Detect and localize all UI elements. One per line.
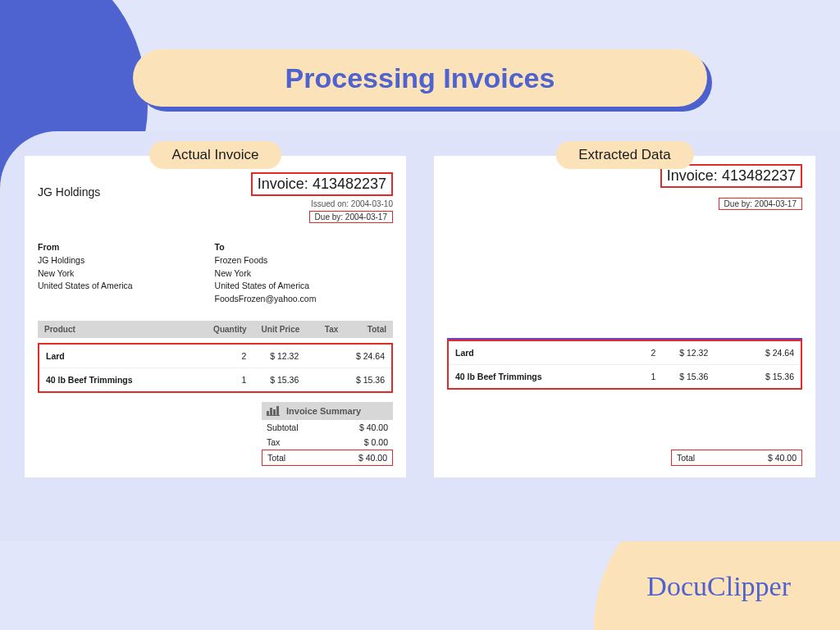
item-tax: [299, 351, 337, 361]
from-line-2: United States of America: [38, 280, 133, 293]
extracted-data-panel: Extracted Data Invoice: 413482237 Due by…: [434, 156, 815, 477]
col-quantity: Quantity: [199, 325, 247, 334]
summary-tax-row: Tax $ 0.00: [262, 435, 393, 450]
extracted-due-highlight: Due by: 2004-03-17: [719, 198, 802, 210]
from-address: From JG Holdings New York United States …: [38, 241, 133, 306]
extracted-data-document: Invoice: 413482237 Due by: 2004-03-17 La…: [434, 156, 815, 477]
total-value: $ 40.00: [358, 453, 387, 463]
item-unit-price: $ 12.32: [655, 348, 708, 358]
col-total: Total: [338, 325, 386, 334]
issued-date: Issued on: 2004-03-10: [251, 199, 393, 208]
from-header: From: [38, 241, 133, 254]
due-date-highlight: Due by: 2004-03-17: [309, 211, 393, 223]
table-row: Lard 2 $ 12.32 $ 24.64: [39, 345, 391, 368]
company-name: JG Holdings: [38, 185, 100, 199]
col-tax: Tax: [299, 325, 338, 334]
subtotal-label: Subtotal: [267, 422, 299, 432]
item-qty: 2: [608, 348, 655, 358]
item-tax-empty: [708, 372, 746, 381]
total-value: $ 40.00: [768, 453, 797, 463]
item-total: $ 24.64: [746, 348, 794, 358]
item-qty: 1: [199, 375, 246, 385]
item-unit-price: $ 15.36: [655, 372, 708, 381]
item-name: 40 lb Beef Trimmings: [46, 375, 199, 385]
invoice-header-block: Invoice: 413482237 Issued on: 2004-03-10…: [251, 172, 393, 223]
summary-header: Invoice Summary: [262, 402, 393, 420]
item-name: Lard: [46, 351, 199, 361]
invoice-label: Invoice:: [667, 167, 718, 184]
to-address: To Frozen Foods New York United States o…: [215, 241, 317, 306]
to-line-3: FoodsFrozen@yahoo.com: [215, 293, 317, 306]
invoice-number-value: 413482237: [313, 176, 386, 192]
summary-subtotal-row: Subtotal $ 40.00: [262, 420, 393, 435]
table-row: 40 lb Beef Trimmings 1 $ 15.36 $ 15.36: [39, 368, 391, 391]
item-qty: 1: [608, 372, 655, 381]
table-row: 40 lb Beef Trimmings 1 $ 15.36 $ 15.36: [449, 365, 801, 388]
item-total: $ 15.36: [337, 375, 385, 385]
col-unit-price: Unit Price: [247, 325, 300, 334]
brand-logo: DocuClipper: [646, 571, 791, 602]
item-total: $ 15.36: [746, 372, 794, 381]
summary-total-highlight: Total $ 40.00: [262, 450, 393, 466]
invoice-number-highlight: Invoice: 413482237: [251, 172, 393, 196]
page-title: Processing Invoices: [133, 49, 707, 107]
table-row: Lard 2 $ 12.32 $ 24.64: [449, 341, 801, 365]
summary-title: Invoice Summary: [286, 406, 361, 416]
to-line-1: New York: [215, 267, 317, 281]
total-label: Total: [677, 453, 695, 463]
col-product: Product: [44, 325, 199, 334]
subtotal-value: $ 40.00: [359, 422, 388, 432]
actual-invoice-document: JG Holdings Invoice: 413482237 Issued on…: [25, 156, 406, 477]
to-line-2: United States of America: [215, 280, 317, 293]
invoice-label: Invoice:: [258, 176, 308, 192]
items-highlight-box: Lard 2 $ 12.32 $ 24.64 40 lb Beef Trimmi…: [38, 343, 393, 393]
extracted-total-highlight: Total $ 40.00: [671, 450, 802, 466]
bar-chart-icon: [267, 406, 280, 416]
extracted-data-label: Extracted Data: [555, 141, 693, 169]
item-tax: [299, 375, 337, 385]
item-unit-price: $ 12.32: [246, 351, 299, 361]
items-table-header: Product Quantity Unit Price Tax Total: [38, 321, 393, 338]
content-area: Actual Invoice JG Holdings Invoice: 4134…: [0, 131, 840, 541]
address-row: From JG Holdings New York United States …: [38, 241, 393, 306]
from-line-0: JG Holdings: [38, 254, 133, 267]
extracted-items-highlight-box: Lard 2 $ 12.32 $ 24.64 40 lb Beef Trimmi…: [447, 340, 802, 390]
item-total: $ 24.64: [337, 351, 385, 361]
invoice-number-value: 413482237: [722, 167, 796, 184]
item-name: 40 lb Beef Trimmings: [455, 372, 608, 381]
from-line-1: New York: [38, 267, 133, 281]
tax-label: Tax: [267, 437, 280, 447]
total-label: Total: [267, 453, 285, 463]
invoice-summary: Invoice Summary Subtotal $ 40.00 Tax $ 0…: [262, 402, 393, 466]
extracted-due-wrap: Due by: 2004-03-17: [719, 195, 802, 210]
to-header: To: [215, 241, 317, 254]
tax-value: $ 0.00: [364, 437, 388, 447]
item-name: Lard: [455, 348, 608, 358]
actual-invoice-panel: Actual Invoice JG Holdings Invoice: 4134…: [25, 156, 406, 477]
actual-invoice-label: Actual Invoice: [149, 141, 282, 169]
title-banner: Processing Invoices: [133, 49, 707, 107]
item-qty: 2: [199, 351, 246, 361]
item-tax-empty: [708, 348, 746, 358]
to-line-0: Frozen Foods: [215, 254, 317, 267]
item-unit-price: $ 15.36: [246, 375, 299, 385]
